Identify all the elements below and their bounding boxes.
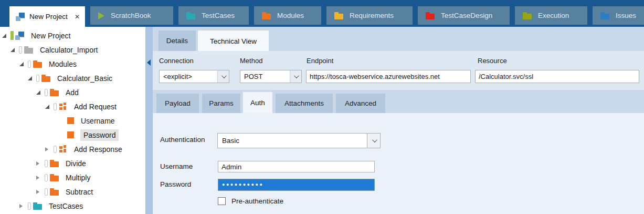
- tab-details[interactable]: Details: [159, 30, 196, 51]
- folder-teal-icon: [33, 204, 42, 210]
- masked-password-text: ●●●●●●●●●●: [222, 182, 263, 187]
- attribute-icon: [67, 131, 74, 138]
- connection-label: Connection: [159, 57, 194, 65]
- tab-params[interactable]: Params: [202, 94, 240, 113]
- tab-payload[interactable]: Payload: [156, 94, 199, 113]
- method-label: Method: [240, 57, 262, 65]
- close-icon[interactable]: ✕: [75, 13, 80, 21]
- tosca-project-icon: [15, 32, 24, 40]
- checkout-bar-icon: [36, 75, 39, 82]
- tree-item-calculator-import[interactable]: Calculator_Import: [0, 43, 145, 57]
- expander-icon[interactable]: [36, 90, 44, 95]
- tree-item-testcases[interactable]: TestCases: [0, 199, 145, 213]
- tab-execution[interactable]: Execution: [515, 6, 587, 25]
- folder-orange-icon: [50, 90, 59, 96]
- connection-dropdown[interactable]: <explicit>: [159, 70, 229, 83]
- checkout-bar-icon: [19, 46, 22, 54]
- checkout-bar-icon: [45, 188, 48, 196]
- auth-panel: Authentication Basic Username Password ●…: [153, 113, 644, 214]
- tab-attachments[interactable]: Attachments: [276, 94, 333, 113]
- connection-field-row: Connection Method Endpoint Resource <exp…: [153, 51, 644, 90]
- folder-icon: [523, 14, 532, 19]
- tree-item-username[interactable]: Username: [0, 114, 145, 128]
- tree-item-add-request[interactable]: Add Request: [0, 99, 145, 114]
- expander-icon[interactable]: [10, 48, 18, 52]
- tab-auth[interactable]: Auth: [243, 92, 272, 113]
- checkout-bar-icon: [45, 160, 48, 167]
- folder-gray-icon: [24, 48, 33, 54]
- tree-item-multiply[interactable]: Multiply: [0, 170, 145, 185]
- play-icon: [98, 12, 104, 19]
- tab-modules[interactable]: Modules: [254, 6, 321, 25]
- preauthenticate-checkbox[interactable]: [218, 197, 226, 205]
- folder-orange-icon: [50, 190, 59, 196]
- tab-issues[interactable]: Issues: [593, 6, 644, 25]
- expander-icon[interactable]: [45, 147, 52, 151]
- tab-scratchbook[interactable]: ScratchBook: [90, 6, 173, 25]
- tree-item-modules[interactable]: Modules: [0, 57, 145, 71]
- project-tab-new-project[interactable]: New Project ✕: [9, 6, 85, 27]
- project-tab-label: New Project: [29, 13, 71, 21]
- tab-technical-view[interactable]: Technical View: [198, 30, 269, 52]
- folder-icon: [186, 14, 195, 19]
- project-tree: New Project Calculator_Import Modules Ca…: [0, 27, 145, 214]
- method-dropdown[interactable]: POST: [240, 70, 302, 83]
- folder-orange-icon: [50, 161, 59, 167]
- expander-icon[interactable]: [2, 34, 9, 38]
- tree-item-add-response[interactable]: Add Response: [0, 142, 145, 156]
- tab-testcases[interactable]: TestCases: [178, 6, 249, 25]
- checkout-bar-icon: [54, 103, 57, 110]
- tosca-logo-icon: [16, 13, 25, 21]
- folder-orange-icon: [41, 76, 50, 82]
- resource-input[interactable]: [475, 70, 639, 83]
- resource-label: Resource: [478, 57, 507, 65]
- expander-icon[interactable]: [36, 176, 44, 180]
- workspace-tab-bar: New Project ✕ ScratchBook TestCases Modu…: [0, 0, 644, 27]
- expander-icon[interactable]: [36, 190, 44, 194]
- expander-icon[interactable]: [19, 62, 27, 66]
- module-orange-icon: [59, 145, 67, 154]
- chevron-down-icon[interactable]: [290, 70, 301, 83]
- expander-icon[interactable]: [19, 204, 27, 208]
- folder-icon: [262, 14, 271, 19]
- tree-item-password[interactable]: Password: [0, 128, 145, 142]
- tree-item-add[interactable]: Add: [0, 85, 145, 99]
- folder-orange-icon: [50, 176, 59, 181]
- tree-item-new-project[interactable]: New Project: [0, 28, 145, 43]
- module-orange-icon: [59, 103, 67, 111]
- tab-testcasedesign[interactable]: TestCaseDesign: [418, 6, 510, 25]
- tab-advanced[interactable]: Advanced: [336, 94, 385, 113]
- tree-item-subtract[interactable]: Subtract: [0, 185, 145, 199]
- tree-item-divide[interactable]: Divide: [0, 156, 145, 170]
- password-input[interactable]: ●●●●●●●●●●: [218, 179, 375, 191]
- tosca-window: New Project ✕ ScratchBook TestCases Modu…: [0, 0, 644, 214]
- tree-item-calculator-basic[interactable]: Calculator_Basic: [0, 71, 145, 85]
- expander-icon[interactable]: [28, 76, 35, 80]
- password-label: Password: [160, 180, 191, 188]
- chevron-down-icon[interactable]: [367, 134, 380, 148]
- chevron-down-icon[interactable]: [217, 70, 229, 83]
- module-detail-panel: Details Technical View Connection Method…: [153, 27, 644, 214]
- panel-splitter[interactable]: [145, 27, 153, 214]
- checkout-bar-icon: [54, 146, 57, 153]
- checkout-bar-icon: [28, 202, 31, 210]
- preauthenticate-label: Pre-authenticate: [231, 197, 283, 205]
- folder-icon: [426, 14, 435, 19]
- attribute-icon: [67, 117, 74, 124]
- checkout-bar-icon: [28, 60, 31, 68]
- endpoint-label: Endpoint: [307, 57, 333, 65]
- authentication-dropdown[interactable]: Basic: [217, 133, 381, 148]
- checkout-bar-icon: [45, 89, 48, 96]
- collapse-left-icon[interactable]: [147, 59, 151, 66]
- expander-icon[interactable]: [45, 105, 52, 109]
- endpoint-input[interactable]: [306, 70, 471, 83]
- expander-icon[interactable]: [36, 161, 44, 166]
- checkout-bar-icon: [45, 174, 48, 181]
- username-input[interactable]: [218, 161, 375, 172]
- folder-orange-icon: [33, 62, 42, 68]
- authentication-label: Authentication: [160, 136, 205, 144]
- tab-requirements[interactable]: Requirements: [326, 6, 413, 25]
- folder-icon: [334, 14, 343, 19]
- folder-icon: [600, 14, 609, 19]
- checkout-bar-icon: [10, 31, 14, 40]
